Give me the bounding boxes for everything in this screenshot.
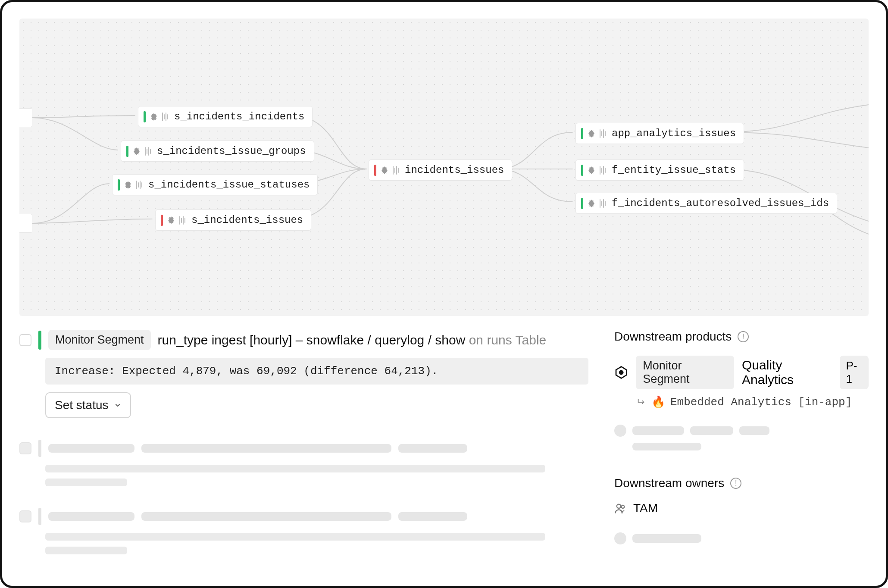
fire-icon: 🔥	[651, 395, 665, 409]
lineage-node[interactable]: f_incidents_autoresolved_issues_ids	[575, 193, 837, 214]
status-indicator	[581, 198, 583, 209]
lineage-node[interactable]: s_incidents_issues	[155, 210, 311, 231]
product-subitem: 🔥 Embedded Analytics [in-app]	[637, 395, 869, 409]
issue-title-suffix: on runs Table	[469, 333, 547, 347]
owner-item[interactable]: TAM	[614, 501, 869, 515]
node-label: incidents_issues	[405, 164, 504, 176]
status-indicator	[126, 146, 128, 157]
downstream-product-item[interactable]: Monitor Segment Quality Analytics P-1	[614, 356, 869, 389]
chevron-down-icon	[114, 401, 122, 409]
svg-point-5	[621, 505, 624, 508]
snowflake-icon	[132, 147, 141, 156]
lineage-canvas[interactable]: s_incidents_incidents s_incidents_issue_…	[19, 19, 869, 316]
node-label: f_incidents_autoresolved_issues_ids	[612, 197, 829, 209]
set-status-label: Set status	[55, 398, 109, 412]
info-icon[interactable]: !	[738, 331, 749, 342]
status-indicator	[38, 331, 41, 350]
lineage-node-stub	[19, 214, 32, 233]
snowflake-icon	[166, 216, 176, 225]
status-indicator	[118, 179, 120, 191]
people-icon	[614, 502, 626, 514]
table-icon	[162, 113, 168, 121]
node-label: f_entity_issue_stats	[612, 164, 736, 176]
lineage-node[interactable]: s_incidents_incidents	[138, 106, 313, 127]
snowflake-icon	[123, 180, 133, 190]
issue-title-main: run_type ingest [hourly] – snowflake / q…	[158, 333, 466, 347]
sub-arrow-icon	[637, 397, 646, 407]
table-icon	[179, 216, 185, 225]
table-icon	[136, 181, 142, 189]
owner-name: TAM	[633, 501, 658, 515]
status-indicator	[581, 128, 583, 139]
snowflake-icon	[380, 166, 389, 175]
table-icon	[600, 129, 606, 138]
snowflake-icon	[587, 129, 596, 138]
node-label: s_incidents_issue_statuses	[148, 179, 310, 191]
issue-message: Increase: Expected 4,879, was 69,092 (di…	[45, 358, 588, 385]
table-icon	[600, 166, 606, 175]
svg-point-4	[617, 504, 621, 508]
status-indicator	[581, 165, 583, 176]
status-indicator	[144, 111, 146, 122]
status-indicator	[161, 215, 163, 226]
node-label: s_incidents_issues	[191, 214, 303, 226]
table-icon	[393, 166, 399, 175]
status-indicator	[374, 165, 376, 176]
table-icon	[600, 199, 606, 208]
snowflake-icon	[587, 166, 596, 175]
hexagon-icon	[614, 365, 628, 380]
skeleton-row	[614, 425, 869, 437]
lineage-node[interactable]: app_analytics_issues	[575, 123, 744, 144]
issue-row: Monitor Segment run_type ingest [hourly]…	[19, 330, 588, 350]
snowflake-icon	[149, 112, 159, 122]
lineage-node-stub	[19, 108, 32, 127]
node-label: app_analytics_issues	[612, 128, 736, 139]
monitor-segment-tag: Monitor Segment	[636, 356, 734, 389]
lineage-node-center[interactable]: incidents_issues	[369, 160, 512, 181]
downstream-owners-heading: Downstream owners !	[614, 476, 869, 490]
lineage-node[interactable]: s_incidents_issue_groups	[121, 141, 314, 162]
product-name: Quality Analytics	[742, 358, 832, 387]
downstream-products-heading: Downstream products !	[614, 330, 869, 344]
product-sub-label: Embedded Analytics [in-app]	[670, 396, 852, 409]
svg-point-3	[619, 371, 623, 374]
lineage-node[interactable]: f_entity_issue_stats	[575, 160, 744, 181]
table-icon	[145, 147, 151, 156]
skeleton-row	[614, 532, 869, 544]
issue-checkbox[interactable]	[19, 334, 31, 346]
node-label: s_incidents_issue_groups	[157, 145, 306, 157]
issue-title[interactable]: run_type ingest [hourly] – snowflake / q…	[158, 333, 547, 347]
node-label: s_incidents_incidents	[174, 111, 304, 122]
skeleton-line	[632, 443, 701, 450]
info-icon[interactable]: !	[730, 478, 741, 489]
snowflake-icon	[587, 199, 596, 208]
monitor-segment-tag: Monitor Segment	[48, 330, 151, 350]
skeleton-row	[19, 440, 588, 457]
lineage-node[interactable]: s_incidents_issue_statuses	[112, 174, 318, 195]
set-status-button[interactable]: Set status	[45, 392, 131, 418]
skeleton-row	[19, 508, 588, 525]
priority-badge: P-1	[840, 356, 869, 389]
